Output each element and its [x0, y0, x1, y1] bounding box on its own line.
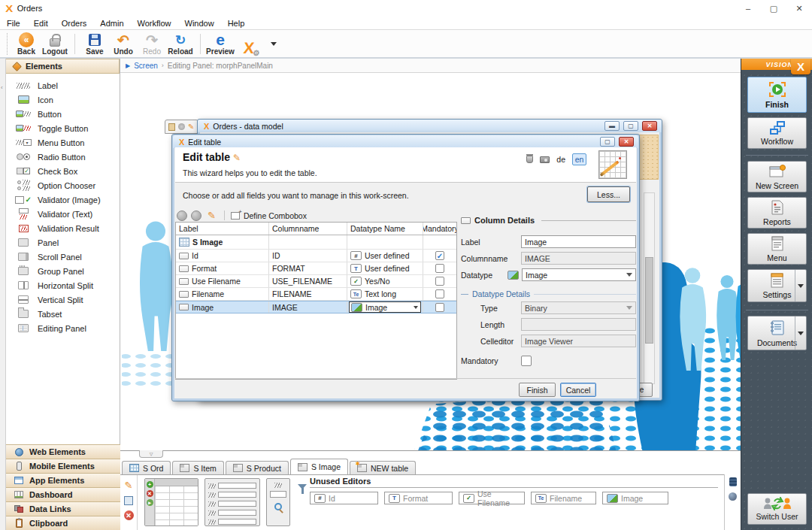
model-vertical-scrollbar[interactable] [644, 192, 655, 384]
accordion-data-links[interactable]: Data Links [6, 501, 120, 516]
model-close-button[interactable]: ✕ [642, 121, 657, 131]
logout-button[interactable]: Logout [41, 31, 69, 57]
mandatory-detail-checkbox[interactable] [521, 356, 532, 366]
accordion-app-elements[interactable]: App Elements [6, 473, 120, 487]
toolbar-drag-handle[interactable] [2, 33, 8, 55]
tab-new-table[interactable]: NEW table [350, 461, 416, 474]
menu-edit[interactable]: Edit [27, 19, 55, 28]
element-item-toggle-button[interactable]: Toggle Button [6, 121, 120, 135]
mandatory-checkbox[interactable] [435, 251, 444, 260]
chip-format[interactable]: Format [384, 492, 453, 504]
chip-filename[interactable]: Filename [531, 492, 596, 504]
table-row-use-filename[interactable]: Use Filename USE_FILENAME Yes/No [176, 275, 456, 288]
table-group-row[interactable]: S Image [176, 235, 456, 250]
dropdown-caret-icon[interactable] [271, 42, 277, 46]
reports-sidebar-button[interactable]: Reports [747, 197, 807, 229]
camera-icon[interactable] [540, 156, 550, 163]
add-row-icon[interactable]: + [147, 481, 153, 488]
search-layout-thumbnail[interactable] [266, 478, 290, 526]
menu-workflow[interactable]: Workflow [131, 19, 178, 28]
reload-button[interactable]: ↻ Reload [166, 31, 195, 57]
element-item-panel[interactable]: Panel [6, 235, 120, 250]
panel-collapse-handle[interactable]: ▽ [139, 450, 163, 458]
switch-user-button[interactable]: Switch User [747, 493, 807, 525]
export-icon[interactable]: ▸ [147, 499, 153, 506]
tab-s-item[interactable]: S Item [172, 461, 223, 474]
pencil-icon[interactable]: ✎ [188, 123, 194, 131]
element-item-validator-image[interactable]: ✓Validator (Image) [6, 192, 120, 207]
save-button[interactable]: Save [80, 31, 109, 57]
form-layout-thumbnail[interactable] [205, 478, 260, 526]
chip-id[interactable]: Id [310, 492, 378, 504]
menu-orders[interactable]: Orders [55, 19, 94, 28]
element-item-button[interactable]: Button [6, 107, 120, 121]
model-maximize-button[interactable]: ▢ [623, 121, 638, 131]
table-row-id[interactable]: Id ID User defined [176, 250, 456, 262]
chip-image[interactable]: Image [602, 492, 668, 504]
menu-admin[interactable]: Admin [93, 19, 130, 28]
delete-row-icon[interactable]: ✕ [147, 490, 153, 497]
label-input[interactable]: Image [521, 235, 636, 248]
menu-sidebar-button[interactable]: Menu [747, 233, 807, 265]
breadcrumb-screen-link[interactable]: Screen [134, 62, 158, 70]
visionx-launch-button[interactable]: X⚙ [235, 31, 263, 57]
accordion-dashboard[interactable]: Dashboard [6, 487, 120, 501]
element-item-scroll-panel[interactable]: Scroll Panel [6, 250, 120, 264]
language-en-button[interactable]: en [572, 153, 586, 165]
settings-sidebar-button[interactable]: Settings [747, 269, 807, 302]
element-item-check-box[interactable]: ✓Check Box [6, 164, 120, 178]
bucket-icon[interactable] [526, 156, 533, 163]
accordion-clipboard[interactable]: Clipboard [6, 516, 120, 530]
element-item-validator-text[interactable]: Validator (Text) [6, 207, 120, 221]
datatype-combobox[interactable]: Image [349, 301, 421, 313]
filter-funnel-icon[interactable] [298, 484, 307, 489]
table-row-filename[interactable]: Filename FILENAME Text long [176, 288, 456, 301]
workflow-sidebar-button[interactable]: Workflow [747, 117, 807, 149]
menu-help[interactable]: Help [221, 19, 252, 28]
finish-button[interactable]: Finish [519, 383, 556, 397]
documents-sidebar-button[interactable]: Documents [747, 316, 807, 350]
tab-s-product[interactable]: S Product [226, 461, 289, 474]
notes-icon[interactable] [124, 496, 133, 505]
remove-field-button[interactable] [191, 210, 201, 221]
dialog-close-button[interactable]: ✕ [619, 137, 634, 147]
element-item-validation-result[interactable]: Validation Result [6, 221, 120, 235]
tab-s-ord[interactable]: S Ord [122, 461, 171, 474]
chip-use-filename[interactable]: Use Filename [459, 492, 525, 504]
minimize-button[interactable]: – [735, 0, 761, 17]
close-button[interactable]: ✕ [786, 0, 812, 17]
left-collapse-rail[interactable]: ‹ [0, 59, 6, 530]
record-icon[interactable] [178, 123, 185, 130]
redo-button[interactable]: ↷ Redo [138, 31, 166, 57]
less-button[interactable]: Less... [587, 186, 630, 202]
notes-icon[interactable] [168, 123, 175, 131]
undo-button[interactable]: ↶ Undo [109, 31, 138, 57]
define-combobox-button[interactable]: Define Combobox [244, 211, 307, 220]
delete-icon[interactable]: ✕ [124, 510, 134, 520]
scrollbar-thumb[interactable] [645, 257, 653, 344]
edit-table-titlebar[interactable]: X Edit table ▢ ✕ [173, 135, 638, 148]
datatype-select[interactable]: Image [522, 268, 636, 281]
cancel-button[interactable]: Cancel [560, 383, 596, 397]
back-button[interactable]: « Back [12, 31, 41, 57]
element-item-vertical-split[interactable]: Vertical Split [6, 292, 120, 307]
accordion-web-elements[interactable]: Web Elements [6, 444, 120, 459]
element-item-label[interactable]: Label [6, 78, 120, 92]
table-layout-thumbnail[interactable]: + ✕ ▸ [144, 478, 198, 526]
model-minimize-button[interactable]: ▬ [604, 121, 620, 131]
data-model-titlebar[interactable]: X Orders - data model ▬ ▢ ✕ [198, 120, 662, 132]
edit-field-pencil-icon[interactable]: ✎ [208, 210, 216, 221]
maximize-button[interactable]: ▢ [761, 0, 786, 17]
table-row-format[interactable]: Format FORMAT User defined [176, 262, 456, 275]
edit-pencil-icon[interactable]: ✎ [125, 480, 133, 491]
layers-icon[interactable] [729, 477, 737, 486]
elements-panel-header[interactable]: Elements [6, 59, 120, 74]
mandatory-checkbox[interactable] [435, 277, 444, 286]
element-item-tabset[interactable]: Tabset [6, 307, 120, 321]
element-item-radio-button[interactable]: Radio Button [6, 150, 120, 164]
new-screen-sidebar-button[interactable]: New Screen [747, 161, 807, 192]
element-item-editing-panel[interactable]: Editing Panel [6, 321, 120, 335]
table-row-image-selected[interactable]: Image IMAGE Image [176, 301, 456, 313]
mandatory-checkbox[interactable] [435, 264, 444, 273]
settings-dropdown-button[interactable] [795, 270, 806, 301]
